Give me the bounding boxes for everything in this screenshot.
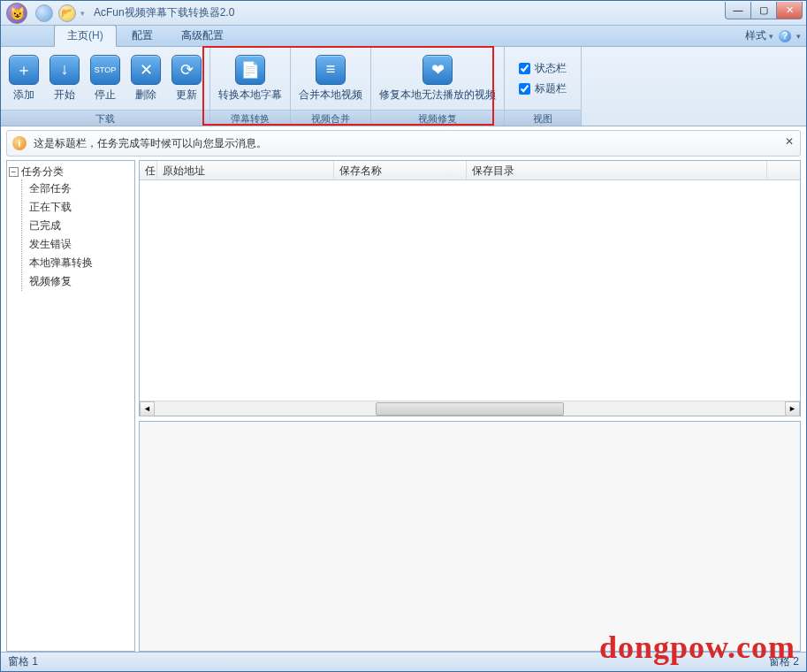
detail-pane[interactable] [139,421,801,652]
tree-item[interactable]: 正在下载 [29,198,133,217]
refresh-icon: ⟳ [171,55,202,85]
info-close-button[interactable]: ✕ [782,134,796,149]
tree-item[interactable]: 本地弹幕转换 [29,254,133,272]
ribbon-group-merge: ≡合并本地视频 视频合并 [291,47,371,126]
scroll-thumb[interactable] [376,402,565,416]
help-icon[interactable]: ? [779,30,791,42]
download-icon: ↓ [49,55,80,85]
close-button[interactable]: ✕ [776,2,803,19]
group-label: 弹幕转换 [210,110,290,126]
delete-icon: ✕ [131,55,161,85]
refresh-button[interactable]: ⟳更新 [167,53,206,104]
column-header[interactable]: 原始地址 [157,161,334,179]
stack-icon: ≡ [316,55,346,85]
main-area: −任务分类 全部任务正在下载已完成发生错误本地弹幕转换视频修复 任原始地址保存名… [6,160,801,652]
chevron-down-icon: ▾ [769,32,773,41]
titlebar: 😺 📂 ▾ AcFun视频弹幕下载转换器2.0 — ▢ ✕ [1,1,806,26]
scroll-track[interactable] [155,401,785,416]
group-label: 视图 [505,110,581,126]
ribbon-group-repair: ❤修复本地无法播放的视频 视频修复 [371,47,505,126]
column-header[interactable]: 保存名称 [334,161,467,179]
tree-item[interactable]: 视频修复 [29,272,133,291]
tab-label: 主页 [67,29,88,42]
add-button[interactable]: ＋添加 [4,53,43,104]
style-dropdown[interactable]: 样式 ▾ [745,28,773,43]
tab-home[interactable]: 主页(H) [54,25,117,47]
convert-subtitle-button[interactable]: 📄转换本地字幕 [214,53,286,104]
list-header: 任原始地址保存名称保存目录 [140,161,800,180]
qat-button-open[interactable]: 📂 [58,4,76,22]
right-panel: 任原始地址保存名称保存目录 ◄ ► [139,160,801,652]
tab-config[interactable]: 配置 [118,25,166,46]
task-list[interactable]: 任原始地址保存名称保存目录 ◄ ► [139,160,801,416]
tree-root-label[interactable]: 任务分类 [21,165,64,178]
group-label: 下载 [1,110,209,126]
info-bar: i 这是标题栏，任务完成等时候可以向您显示消息。 ✕ [6,130,801,157]
window-controls: — ▢ ✕ [726,2,803,19]
column-header[interactable]: 任 [140,161,157,179]
status-bar: 窗格 1 窗格 2 [1,652,806,671]
stop-button[interactable]: STOP停止 [86,53,125,104]
qat-dropdown-icon[interactable]: ▾ [80,9,85,18]
task-tree[interactable]: −任务分类 全部任务正在下载已完成发生错误本地弹幕转换视频修复 [6,160,135,652]
app-icon[interactable]: 😺 [6,3,27,24]
document-icon: 📄 [235,55,265,85]
qat-button-1[interactable] [35,4,53,22]
stop-icon: STOP [90,55,120,85]
statusbar-checkbox[interactable]: 状态栏 [519,61,567,76]
info-icon: i [12,136,27,150]
group-label: 视频修复 [371,110,504,126]
merge-video-button[interactable]: ≡合并本地视频 [294,53,367,104]
ribbon-tabs: 主页(H) 配置 高级配置 样式 ▾ ?▾ [1,26,806,47]
list-body[interactable] [140,180,800,401]
group-label: 视频合并 [291,110,370,126]
info-text: 这是标题栏，任务完成等时候可以向您显示消息。 [34,136,267,151]
tree-item[interactable]: 发生错误 [29,235,133,254]
titlebar-checkbox[interactable]: 标题栏 [519,81,567,96]
column-header[interactable]: 保存目录 [467,161,767,179]
ribbon-group-download: ＋添加 ↓开始 STOP停止 ✕删除 ⟳更新 下载 [1,47,210,126]
plus-icon: ＋ [9,55,39,85]
scroll-left-icon[interactable]: ◄ [140,401,155,416]
ribbon-group-view: 状态栏 标题栏 视图 [505,47,582,126]
tree-collapse-icon[interactable]: − [9,167,19,177]
repair-video-button[interactable]: ❤修复本地无法播放的视频 [375,53,500,104]
ribbon: ＋添加 ↓开始 STOP停止 ✕删除 ⟳更新 下载 📄转换本地字幕 弹幕转换 ≡… [1,47,806,126]
minimize-button[interactable]: — [725,2,751,19]
horizontal-scrollbar[interactable]: ◄ ► [140,401,800,416]
delete-button[interactable]: ✕删除 [126,53,165,104]
heart-icon: ❤ [423,55,453,85]
app-window: 😺 📂 ▾ AcFun视频弹幕下载转换器2.0 — ▢ ✕ 主页(H) 配置 高… [0,0,807,672]
maximize-button[interactable]: ▢ [750,2,777,19]
scroll-right-icon[interactable]: ► [785,401,800,416]
tab-label: 高级配置 [181,29,224,42]
start-button[interactable]: ↓开始 [45,53,84,104]
tab-label: 配置 [132,29,153,42]
app-title: AcFun视频弹幕下载转换器2.0 [94,5,234,20]
chevron-down-icon[interactable]: ▾ [796,32,801,41]
tree-item[interactable]: 已完成 [29,217,133,235]
tab-hotkey: (H) [88,29,103,42]
ribbon-group-subtitle: 📄转换本地字幕 弹幕转换 [210,47,291,126]
tab-advanced[interactable]: 高级配置 [168,25,237,46]
status-pane-left: 窗格 1 [8,654,38,669]
status-pane-right: 窗格 2 [769,654,799,669]
tree-item[interactable]: 全部任务 [29,179,133,198]
